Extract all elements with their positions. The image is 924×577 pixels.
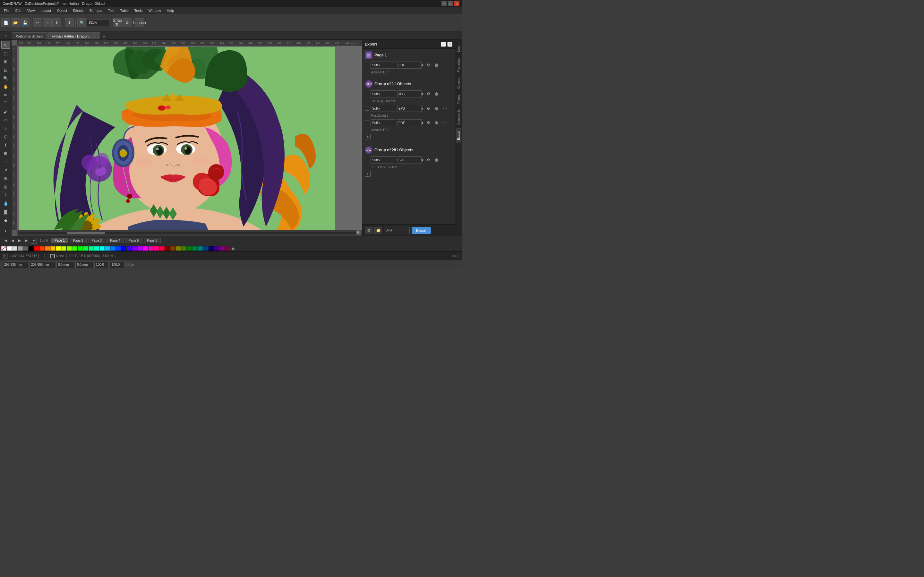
group11-jpg-more-btn[interactable]: ⋯: [441, 90, 449, 97]
document-tab[interactable]: Firman Hatibu - Dragon... ✕: [47, 32, 100, 39]
group281-svg-delete-btn[interactable]: 🗑: [433, 156, 440, 163]
bezier-tool[interactable]: ⌒: [1, 99, 10, 107]
export-settings-icon-btn[interactable]: ⚙: [365, 227, 373, 234]
menu-tools[interactable]: Tools: [132, 8, 145, 13]
color-swatch-black[interactable]: [29, 246, 34, 251]
export-format-select-bottom[interactable]: JPGPDFPNGSVGEPS: [384, 227, 410, 234]
color-swatch-dark-red[interactable]: [165, 246, 170, 251]
zoom-tool[interactable]: 🔍: [1, 74, 10, 82]
scroll-palette-right[interactable]: ▶: [232, 246, 235, 251]
fill-tool[interactable]: ▓: [1, 208, 10, 216]
scale-h-input[interactable]: [110, 261, 124, 268]
distort-tool[interactable]: ⌇: [1, 191, 10, 199]
text-tool[interactable]: T: [1, 141, 10, 149]
color-swatch-lightgray[interactable]: [12, 246, 17, 251]
no-color-swatch[interactable]: [1, 246, 6, 251]
ellipse-tool[interactable]: ○: [1, 124, 10, 132]
color-swatch-sky[interactable]: [105, 246, 110, 251]
polygon-tool[interactable]: ⬡: [1, 133, 10, 141]
zoom-indicator[interactable]: 🔍: [356, 230, 361, 235]
expand-export-btn[interactable]: »: [441, 42, 446, 47]
color-swatch-dark-pink[interactable]: [225, 246, 230, 251]
menu-help[interactable]: Help: [164, 8, 177, 13]
settings-icon-btn[interactable]: ⚙: [3, 253, 8, 259]
group11-pdf2-more-btn[interactable]: ⋯: [441, 119, 449, 126]
close-button[interactable]: ✕: [454, 1, 459, 6]
color-swatch-indigo[interactable]: [127, 246, 132, 251]
color-swatch-dark-teal[interactable]: [192, 246, 197, 251]
color-swatch-cyan-green[interactable]: [89, 246, 94, 251]
export-folder-btn[interactable]: 📁: [375, 227, 382, 234]
right-tab-learn[interactable]: Learn: [456, 41, 461, 55]
zoom-in-btn[interactable]: 🔍: [78, 18, 86, 27]
group11-pdf-checkbox[interactable]: [365, 121, 369, 125]
page1-pdf-more-btn[interactable]: ⋯: [441, 61, 449, 69]
more-tools[interactable]: +: [1, 227, 10, 235]
page-tab-3[interactable]: Page 3: [88, 238, 105, 243]
horizontal-scrollbar[interactable]: [17, 230, 362, 236]
group281-svg-format-select[interactable]: SVGPDFJPGPNGEPS: [397, 156, 422, 163]
color-swatch-dark-purple[interactable]: [220, 246, 225, 251]
page1-pdf-format-select[interactable]: PDFJPGPNGSVGEPS: [397, 61, 422, 69]
group11-eps-more-btn[interactable]: ⋯: [441, 105, 449, 112]
group281-svg-settings-btn[interactable]: ⚙: [425, 156, 432, 163]
menu-bitmaps[interactable]: Bitmaps: [87, 8, 105, 13]
color-swatch-magenta[interactable]: [143, 246, 148, 251]
menu-table[interactable]: Table: [118, 8, 131, 13]
group11-jpg-checkbox[interactable]: [365, 92, 369, 96]
close-export-btn[interactable]: ✕: [447, 42, 452, 47]
interactive-fill[interactable]: ◆: [1, 216, 10, 224]
page-tab-2[interactable]: Page 2: [69, 238, 87, 243]
group11-pdf-format-select[interactable]: PDFJPGPNGSVGEPS: [397, 119, 422, 126]
color-swatch-brown[interactable]: [170, 246, 176, 251]
color-swatch-spring[interactable]: [83, 246, 88, 251]
select-tool[interactable]: ↖: [1, 41, 10, 49]
menu-layout[interactable]: Layout: [38, 8, 53, 13]
blend-tool[interactable]: ≋: [1, 175, 10, 182]
right-tab-pages[interactable]: Pages: [456, 92, 461, 106]
color-swatch-green-yellow[interactable]: [72, 246, 78, 251]
color-swatch-dark-lime[interactable]: [181, 246, 186, 251]
group11-add-export-btn[interactable]: +: [365, 134, 371, 139]
group11-pdf2-settings-btn[interactable]: ⚙: [425, 119, 432, 126]
options-btn[interactable]: ⚙: [123, 18, 132, 27]
group11-eps-settings-btn[interactable]: ⚙: [425, 105, 432, 112]
eyedropper-tool[interactable]: 💧: [1, 200, 10, 207]
menu-object[interactable]: Object: [54, 8, 69, 13]
page-tab-6[interactable]: Page 6: [144, 238, 161, 243]
color-swatch-navy-blue[interactable]: [203, 246, 208, 251]
color-swatch-violet[interactable]: [132, 246, 137, 251]
parallel-dim-tool[interactable]: ↔: [1, 158, 10, 166]
close-tab-icon[interactable]: ✕: [94, 35, 96, 38]
color-swatch-amber[interactable]: [50, 246, 55, 251]
right-tab-properties[interactable]: Properties: [456, 55, 461, 75]
page-tab-5[interactable]: Page 5: [125, 238, 142, 243]
group281-svg-suffix[interactable]: [371, 156, 396, 163]
group11-pdf-suffix[interactable]: [371, 119, 396, 126]
welcome-screen-tab[interactable]: Welcome Screen: [12, 32, 47, 39]
contour-tool[interactable]: ◎: [1, 183, 10, 191]
group11-eps-format-select[interactable]: EPSPDFJPGPNGSVG: [397, 105, 422, 112]
group11-jpg-delete-btn[interactable]: 🗑: [433, 90, 440, 97]
document-canvas[interactable]: [19, 47, 335, 230]
color-swatch-hot-pink[interactable]: [154, 246, 159, 251]
new-file-btn[interactable]: 📄: [1, 18, 10, 27]
color-swatch-rose[interactable]: [160, 246, 165, 251]
page-last-btn[interactable]: ▶|: [24, 238, 29, 243]
pan-tool[interactable]: ✋: [1, 83, 10, 90]
color-swatch-cyan[interactable]: [99, 246, 105, 251]
snap-to-btn[interactable]: Snap To: [113, 18, 122, 27]
right-tab-objects[interactable]: Objects: [456, 75, 461, 91]
color-swatch-yellow[interactable]: [56, 246, 61, 251]
page-first-btn[interactable]: |◀: [3, 238, 8, 243]
page1-pdf-suffix[interactable]: [371, 61, 396, 69]
page-play-btn[interactable]: ▶: [17, 238, 23, 243]
color-swatch-navy[interactable]: [208, 246, 214, 251]
color-swatch-white[interactable]: [7, 246, 12, 251]
undo-btn[interactable]: ↩: [33, 18, 42, 27]
group11-eps-checkbox[interactable]: [365, 106, 369, 111]
launch-btn[interactable]: Launch: [135, 18, 144, 27]
group11-jpg-suffix[interactable]: [371, 90, 396, 97]
color-swatch-gray[interactable]: [18, 246, 23, 251]
color-swatch-lime[interactable]: [67, 246, 72, 251]
